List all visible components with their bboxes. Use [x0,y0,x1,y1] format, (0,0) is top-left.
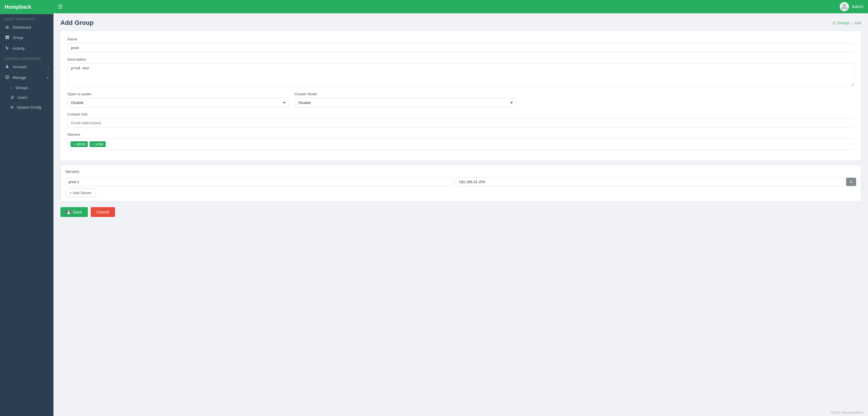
svg-rect-3 [7,37,9,39]
name-input[interactable] [67,43,854,53]
selects-row: Open to public Disable Enable Cluster Mo… [67,92,854,107]
breadcrumb: ⊡ Groups › Add [833,21,861,25]
topbar-left: ☰ [58,3,63,10]
chevron-icon: ‹ [48,65,49,69]
svg-point-7 [13,96,13,97]
cluster-mode-col: Cluster Mode Disable Enable [295,92,516,107]
name-label: Name [67,37,854,41]
sidebar-item-activity[interactable]: Activity [0,43,54,54]
sidebar-item-groups[interactable]: ○ Groups [0,83,54,92]
description-group: Description prod env [67,57,854,87]
sidebar-item-label: Activity [13,46,25,51]
account-icon [5,64,10,69]
owner-tag-smile: × smile [90,141,105,147]
system-config-sub-icon: ⚙ [10,105,14,109]
server-name-input[interactable] [65,178,453,186]
sidebar-item-label: Dashboard [13,25,31,29]
form-card: Name Description prod env Open to public… [60,31,861,160]
footer-text: CSDN ©NeverSettle10 [831,411,863,414]
owner-tag-smile-label: smile [95,142,103,146]
sidebar-sub-item-label: Groups [16,86,28,90]
owner-tag-admin: × admin [70,141,88,147]
activity-icon [5,46,10,51]
owner-tag-admin-label: admin [76,142,86,146]
basic-nav-label: BASIC NAVIGATION [0,14,54,22]
topbar: ☰ Admin [54,0,868,13]
svg-rect-0 [5,35,7,37]
svg-rect-1 [7,35,9,37]
remove-admin-tag[interactable]: × [73,142,74,146]
server-ip-input[interactable] [456,178,844,186]
sidebar-item-label: Account [13,65,26,69]
breadcrumb-separator: › [851,21,853,25]
sidebar-header: Humpback [0,0,54,14]
owners-label: Owners [67,132,854,137]
open-to-public-select[interactable]: Disable Enable [67,98,289,107]
sidebar-item-manage[interactable]: Manage ∨ [0,72,54,83]
svg-point-5 [7,76,8,78]
server-row: ✕ [65,178,856,186]
sidebar: Humpback BASIC NAVIGATION ⊞ Dashboard Gr… [0,0,54,416]
contact-info-input[interactable] [67,118,854,128]
add-server-button[interactable]: + Add Server [65,189,96,197]
sidebar-item-users[interactable]: Users [0,92,54,102]
breadcrumb-current: Add [855,21,861,25]
contact-info-group: Contact Info [67,112,854,128]
group-icon [5,35,10,40]
sidebar-item-account[interactable]: Account ‹ [0,62,54,72]
dashboard-icon: ⊞ [5,25,10,29]
users-sub-icon [10,95,14,100]
description-label: Description [67,57,854,62]
sidebar-item-label: Group [13,35,23,40]
sidebar-item-label: Manage [13,75,26,80]
footer: CSDN ©NeverSettle10 [54,409,868,416]
description-textarea[interactable]: prod env [67,63,854,86]
open-to-public-label: Open to public [67,92,289,96]
sidebar-sub-item-label: Users [17,95,27,100]
manage-icon [5,75,10,80]
owners-tags-input[interactable]: × admin × smile [67,138,854,150]
remove-server-button[interactable]: ✕ [846,178,856,186]
name-group: Name [67,37,854,53]
avatar [840,2,849,11]
contact-info-label: Contact Info [67,112,854,117]
cluster-mode-select[interactable]: Disable Enable [295,98,516,107]
sidebar-item-dashboard[interactable]: ⊞ Dashboard [0,22,54,32]
sidebar-item-system-config[interactable]: ⚙ System Config [0,102,54,112]
chevron-down-icon: ∨ [46,76,49,79]
advance-nav-label: ADVANCE NAVIGATION [0,54,54,62]
svg-point-6 [11,96,13,97]
sidebar-sub-item-label: System Config [17,105,41,109]
breadcrumb-groups-link[interactable]: Groups [837,21,850,25]
breadcrumb-bar: Add Group ⊡ Groups › Add [60,19,861,27]
main-content: ☰ Admin Add Group ⊡ Groups › Add [54,0,868,416]
topbar-right: Admin [840,2,863,11]
svg-rect-2 [5,37,7,39]
content-area: Add Group ⊡ Groups › Add Name Descriptio… [54,13,868,409]
svg-point-4 [7,65,8,66]
servers-title: Servers [65,169,856,174]
remove-smile-tag[interactable]: × [92,142,94,146]
save-icon: 💾 [66,210,71,214]
breadcrumb-icon: ⊡ [833,21,836,25]
cluster-mode-label: Cluster Mode [295,92,516,96]
open-to-public-col: Open to public Disable Enable [67,92,289,107]
hamburger-icon[interactable]: ☰ [58,3,63,10]
cancel-button[interactable]: Cancel [91,207,115,217]
action-bar: 💾 Save Cancel [60,207,861,217]
app-title: Humpback [5,4,31,10]
page-title: Add Group [60,19,94,27]
groups-sub-icon: ○ [10,86,13,90]
save-label: Save [73,210,82,214]
admin-label: Admin [852,4,863,9]
owners-group: Owners × admin × smile [67,132,854,150]
sidebar-item-group[interactable]: Group [0,32,54,43]
save-button[interactable]: 💾 Save [60,207,88,217]
servers-section: Servers ✕ + Add Server [60,165,861,201]
